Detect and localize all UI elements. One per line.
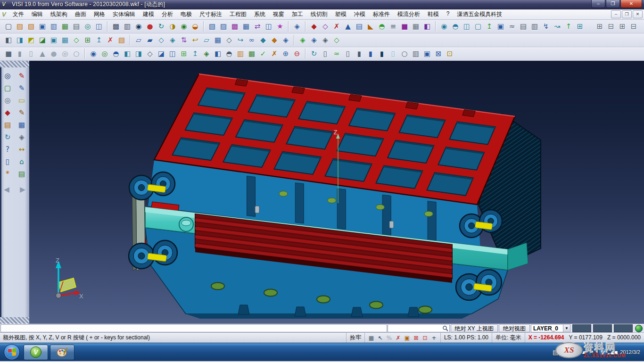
draft-face-icon[interactable]: ◇: [144, 48, 156, 60]
stamp-block-down-icon[interactable]: ⊟: [605, 20, 617, 33]
delete-trash-icon[interactable]: ▯: [1, 156, 14, 168]
doc-close-button[interactable]: ✕: [633, 10, 643, 18]
shade-cube-icon[interactable]: ◨: [14, 34, 25, 46]
insert-core-icon[interactable]: ⊞: [574, 20, 586, 33]
cylinder-tube-icon[interactable]: ▯: [342, 48, 354, 60]
merge-solid-icon[interactable]: ▦: [246, 48, 257, 60]
menu-分析[interactable]: 分析: [158, 9, 177, 19]
wrap-surface-icon[interactable]: ◈: [280, 34, 291, 46]
measure-tool-icon[interactable]: ◆: [1, 107, 14, 119]
help-question-icon[interactable]: ?: [1, 144, 14, 156]
window-stack-icon[interactable]: ❏: [570, 349, 579, 356]
stretch-solid-icon[interactable]: ↥: [190, 48, 201, 60]
menu-塑模[interactable]: 塑模: [331, 9, 350, 19]
deform-solid-icon[interactable]: ◈: [201, 48, 212, 60]
wireframe-layer-icon[interactable]: ▧: [206, 20, 218, 33]
iso-view-xyz-icon[interactable]: ◈: [308, 34, 320, 46]
feature-select-icon[interactable]: ◇: [71, 34, 82, 46]
keyboard-icon[interactable]: ▤: [551, 349, 560, 356]
menu-网格[interactable]: 网格: [90, 9, 109, 19]
cylinder-spring-icon[interactable]: ▥: [410, 48, 421, 60]
stack-laminate-icon[interactable]: ≡: [388, 20, 399, 33]
zoom-visibility-icon[interactable]: ◑: [167, 20, 178, 33]
cylinder-light-icon[interactable]: ▯: [388, 48, 399, 60]
lock-label[interactable]: 拴牢: [346, 333, 364, 343]
open-part-icon[interactable]: ▧: [25, 20, 37, 33]
find-view-icon[interactable]: ◎: [82, 20, 93, 33]
raise-core-icon[interactable]: ↑: [563, 20, 574, 33]
close-button[interactable]: ✕: [620, 0, 642, 8]
primitive-sphere-icon[interactable]: ●: [48, 48, 59, 60]
menu-文件[interactable]: 文件: [9, 9, 28, 19]
bend-surface-icon[interactable]: ↩: [190, 34, 201, 46]
color-swatch-1[interactable]: [572, 324, 591, 332]
layer-select[interactable]: LAYER_0 ▼: [531, 324, 570, 332]
menu-线架构[interactable]: 线架构: [47, 9, 71, 19]
layer-number-icon[interactable]: ◫: [263, 20, 274, 33]
window-grid-icon[interactable]: ▦: [15, 119, 28, 131]
spring-tool-icon[interactable]: ≈: [506, 20, 518, 33]
cylinder-edit-icon[interactable]: ▣: [421, 48, 433, 60]
stamp-block-down-icon[interactable]: ⊟: [628, 20, 639, 33]
drive-surface-icon[interactable]: ◆: [257, 34, 269, 46]
chamfer-tool-icon[interactable]: ◣: [365, 20, 376, 33]
command-input[interactable]: [0, 324, 387, 332]
subtract-solid-icon[interactable]: ⊖: [291, 48, 303, 60]
sheet-view-icon[interactable]: ▤: [354, 20, 365, 33]
menu-冲模[interactable]: 冲模: [350, 9, 369, 19]
unite-solid-icon[interactable]: ⊕: [280, 48, 291, 60]
iso-view-uv-icon[interactable]: ◈: [320, 34, 331, 46]
menu-潇洒五金模具科技[interactable]: 潇洒五金模具科技: [453, 9, 506, 19]
menu-尺寸标注[interactable]: 尺寸标注: [196, 9, 226, 19]
delete-red-icon[interactable]: ✗: [394, 335, 403, 341]
forward-button[interactable]: ▶: [16, 184, 29, 196]
menu-线切割[interactable]: 线切割: [307, 9, 331, 19]
patch-face-icon[interactable]: ▰: [144, 34, 156, 46]
menu-编辑[interactable]: 编辑: [28, 9, 47, 19]
paste-entity-icon[interactable]: ▥: [529, 20, 540, 33]
search-input[interactable]: [388, 325, 442, 332]
menu-视窗[interactable]: 视窗: [269, 9, 288, 19]
scale-solid-icon[interactable]: ⊞: [178, 48, 190, 60]
fillet-cube-icon[interactable]: ◨: [133, 48, 144, 60]
cylinder-hollow-icon[interactable]: ○: [399, 48, 410, 60]
boolean-add-icon[interactable]: ⊞: [82, 34, 93, 46]
split-mold-icon[interactable]: ◫: [461, 20, 472, 33]
menu-建模[interactable]: 建模: [139, 9, 158, 19]
corner-cube-icon[interactable]: ◧: [122, 48, 133, 60]
face-select-icon[interactable]: ▣: [48, 34, 59, 46]
color-swatch-3[interactable]: [614, 324, 633, 332]
show-add-icon[interactable]: ◉: [178, 20, 190, 33]
cylinder-tools-icon[interactable]: ⊠: [433, 48, 444, 60]
check-solid-icon[interactable]: ✓: [257, 48, 269, 60]
iso-cube-icon[interactable]: ◧: [3, 34, 14, 46]
save-icon[interactable]: ▣: [37, 20, 48, 33]
shaded-redraw-icon[interactable]: ▩: [110, 20, 122, 33]
rotate-view-up-icon[interactable]: ◈: [297, 34, 308, 46]
search-box[interactable]: [388, 324, 450, 332]
lift-solid-icon[interactable]: ↥: [93, 34, 105, 46]
drape-surface-icon[interactable]: ◆: [269, 34, 280, 46]
percent-snap-icon[interactable]: %: [385, 335, 394, 341]
zoom-search-icon[interactable]: ◎: [1, 70, 14, 82]
hole-feature-icon[interactable]: ◉: [88, 48, 99, 60]
mesh-layer-icon[interactable]: ▦: [240, 20, 252, 33]
surface-layer-icon[interactable]: ▨: [218, 20, 229, 33]
plus-icon[interactable]: +: [429, 335, 438, 341]
layer-attributes-icon[interactable]: ★: [274, 20, 286, 33]
slab-solid-icon[interactable]: ◪: [156, 48, 167, 60]
bounding-box-icon[interactable]: ▣: [495, 20, 506, 33]
trim-solid-icon[interactable]: ✗: [269, 48, 280, 60]
save-copy-icon[interactable]: ▦: [59, 20, 71, 33]
riser-block-icon[interactable]: ◓: [450, 20, 461, 33]
3d-viewport[interactable]: Z Z X: [29, 61, 644, 324]
flatten-surface-icon[interactable]: ▱: [201, 34, 212, 46]
menu-加工[interactable]: 加工: [288, 9, 307, 19]
visibility-manager-icon[interactable]: ◉: [133, 20, 144, 33]
profile-rect-icon[interactable]: ▭: [15, 95, 28, 107]
export-save-icon[interactable]: ▤: [15, 168, 28, 180]
primitive-cylinder-icon[interactable]: ▮: [14, 48, 25, 60]
color-swatch-2[interactable]: [593, 324, 612, 332]
show-hidden-icons[interactable]: ▲: [579, 350, 588, 354]
mill-stock-icon[interactable]: ▦: [410, 20, 421, 33]
